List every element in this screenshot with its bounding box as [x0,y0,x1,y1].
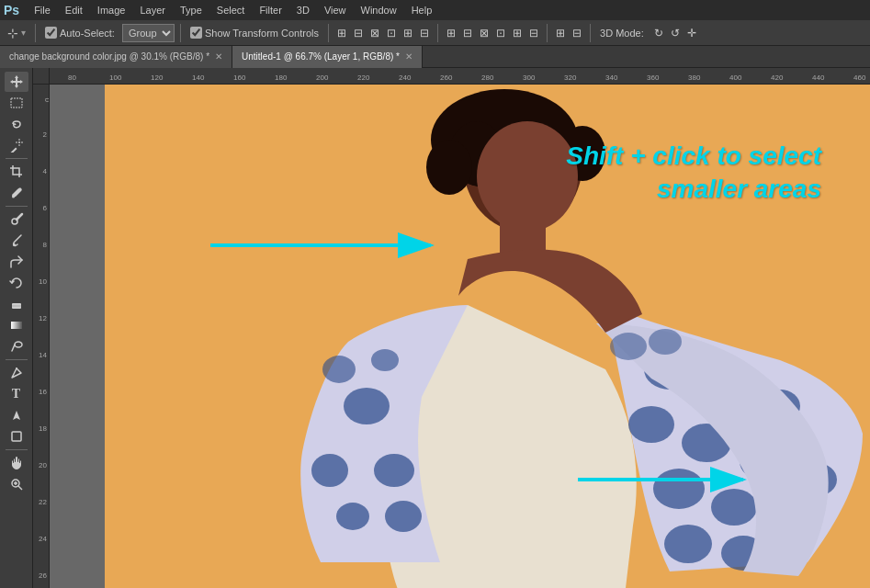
svg-line-16 [18,486,22,490]
menu-file[interactable]: File [27,3,58,17]
svg-point-13 [16,368,17,369]
tool-pen[interactable] [5,363,28,383]
ruler-top: // Will be generated programmatically 80… [50,68,870,85]
tool-hand[interactable] [5,453,28,473]
dist-bottom-icon[interactable]: ⊟ [526,25,541,41]
tab-1[interactable]: change background color.jpg @ 30.1% (RGB… [0,46,232,68]
toolbar-sep-2 [180,24,181,42]
align-right-icon[interactable]: ⊠ [367,25,382,41]
3d-mode-icons: ↻ ↺ ✛ [651,25,699,41]
tool-sep-2 [6,206,28,207]
tool-eraser[interactable] [5,294,28,314]
tool-spot-heal[interactable] [5,209,28,230]
tool-path-sel[interactable] [5,405,28,425]
menu-filter[interactable]: Filter [252,3,288,17]
tool-history-brush[interactable] [5,273,28,293]
ruler-num: 160 [233,74,245,82]
image-canvas[interactable]: Shift + click to select smaller areas [105,85,870,588]
tool-brush[interactable] [5,231,28,251]
menu-3d[interactable]: 3D [289,3,317,17]
ruler-corner [33,68,50,85]
canvas-area[interactable]: // Will be generated programmatically 80… [33,68,870,588]
menu-layer[interactable]: Layer [132,3,173,17]
distribute-icons: ⊞ ⊟ ⊠ ⊡ ⊞ ⊟ [444,25,541,41]
tab-2-close[interactable]: ✕ [405,51,412,62]
3d-rotate-icon[interactable]: ↻ [651,25,666,41]
menu-view[interactable]: View [317,3,354,17]
canvas-content[interactable]: Shift + click to select smaller areas [50,85,870,588]
tool-clone[interactable] [5,252,28,272]
dist-right-icon[interactable]: ⊠ [477,25,491,41]
ruler-num-v: 18 [39,424,47,433]
tool-magic-wand[interactable] [5,135,28,155]
tool-move[interactable] [5,72,28,92]
show-transform-check[interactable]: Show Transform Controls [186,25,322,40]
tool-lasso[interactable] [5,114,28,134]
svg-point-30 [385,501,422,532]
ruler-num: 380 [688,74,700,82]
ruler-num: 200 [316,74,328,82]
ruler-num-v: 26 [39,571,47,580]
tool-gradient[interactable] [5,315,28,335]
svg-rect-0 [11,98,22,107]
ruler-num: 420 [771,74,783,82]
svg-rect-1 [10,147,17,153]
ruler-num-v: 14 [39,351,47,359]
align-vcenter-icon[interactable]: ⊞ [401,25,415,41]
tool-dodge[interactable] [5,336,28,356]
ruler-num-v: 8 [43,241,47,249]
svg-point-2 [18,141,20,143]
dist-center-icon[interactable]: ⊟ [460,25,475,41]
tab-bar: change background color.jpg @ 30.1% (RGB… [0,46,870,68]
ruler-num-v: 22 [39,498,47,506]
toolbar-sep-1 [35,24,36,42]
svg-rect-14 [12,432,21,441]
auto-select-check[interactable]: Auto-Select: [41,25,119,40]
menu-type[interactable]: Type [173,3,209,17]
tab-2[interactable]: Untitled-1 @ 66.7% (Layer 1, RGB/8) * ✕ [232,46,423,68]
align-bottom-icon[interactable]: ⊟ [417,25,432,41]
auto-select-dropdown[interactable]: Group Layer [122,24,175,42]
dist-top-icon[interactable]: ⊡ [493,25,508,41]
ruler-num: 180 [275,74,287,82]
transform-icons: ⊞ ⊟ [553,25,584,41]
align-top-icon[interactable]: ⊡ [384,25,399,41]
auto-select-label: Auto-Select: [60,28,115,39]
transform2-icon[interactable]: ⊟ [570,25,584,41]
tool-zoom[interactable] [5,474,28,494]
ruler-num: 300 [523,74,535,82]
ruler-num-v: 6 [43,204,47,212]
toolbar-sep-5 [547,24,548,42]
align-center-icon[interactable]: ⊟ [351,25,366,41]
dist-vcenter-icon[interactable]: ⊞ [510,25,525,41]
ruler-num: 80 [68,74,76,82]
tool-shape[interactable] [5,426,28,447]
menu-image[interactable]: Image [90,3,133,17]
align-left-icon[interactable]: ⊞ [334,25,349,41]
show-transform-checkbox[interactable] [190,27,202,39]
3d-roll-icon[interactable]: ↺ [668,25,683,41]
tool-eyedropper[interactable] [5,183,28,203]
auto-select-checkbox[interactable] [45,27,57,39]
3d-pan-icon[interactable]: ✛ [684,25,699,41]
ruler-num: 220 [357,74,369,82]
3d-mode-label: 3D Mode: [596,26,648,40]
transform-icon[interactable]: ⊞ [553,25,568,41]
menu-select[interactable]: Select [209,3,253,17]
dist-left-icon[interactable]: ⊞ [444,25,458,41]
tool-type[interactable]: T [5,384,28,404]
menu-help[interactable]: Help [404,3,440,17]
align-icons: ⊞ ⊟ ⊠ ⊡ ⊞ ⊟ [334,25,432,41]
menu-bar: Ps File Edit Image Layer Type Select Fil… [0,0,870,20]
svg-point-7 [12,196,15,198]
menu-edit[interactable]: Edit [58,3,90,17]
svg-point-46 [649,329,682,355]
tool-crop[interactable] [5,162,28,182]
toolbar-sep-3 [328,24,329,42]
show-transform-label: Show Transform Controls [205,28,319,39]
svg-point-45 [610,333,647,360]
menu-window[interactable]: Window [354,3,404,17]
annotation-text: Shift + click to select smaller areas [566,140,821,207]
tab-1-close[interactable]: ✕ [215,51,222,62]
tool-marquee-rect[interactable] [5,93,28,113]
